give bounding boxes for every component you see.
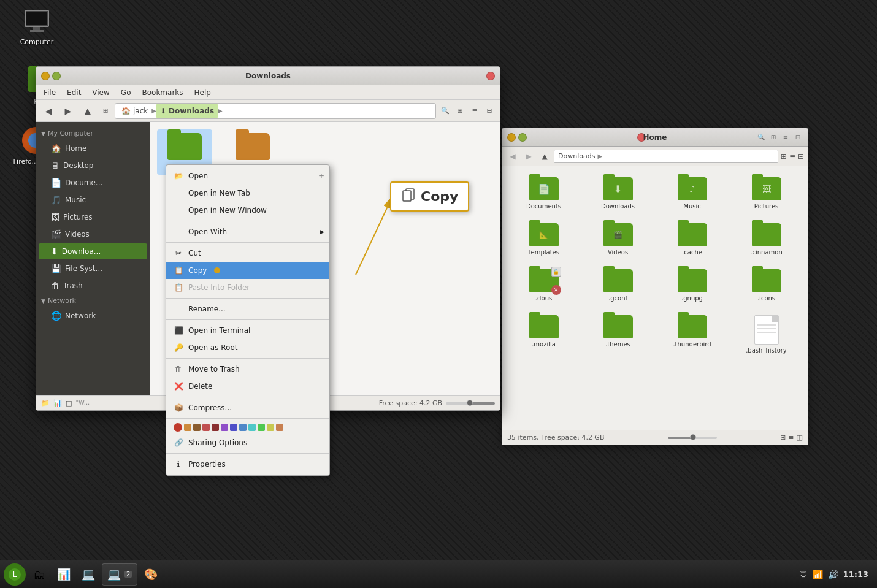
ctx-color-x[interactable]	[174, 423, 182, 432]
home-statusbar-slider	[668, 437, 717, 439]
downloads-search-btn[interactable]: 🔍	[438, 104, 452, 118]
taskbar-paint-btn[interactable]: 🎨	[140, 563, 162, 586]
taskbar-terminal2-btn[interactable]: 💻 2	[102, 563, 137, 586]
ctx-item-rename[interactable]: Rename...	[166, 300, 329, 318]
home-search-icon[interactable]: 🔍	[756, 132, 766, 142]
home-statusbar-compact-icon[interactable]: ◫	[797, 433, 803, 441]
home-item-gnupg[interactable]: .gnupg	[658, 265, 726, 305]
ctx-item-cut[interactable]: ✂ Cut	[166, 245, 329, 262]
menu-file[interactable]: File	[39, 87, 61, 98]
menu-help[interactable]: Help	[190, 87, 216, 98]
downloads-view-compact-btn[interactable]: ⊟	[483, 104, 496, 118]
home-item-music[interactable]: ♪ Music	[658, 174, 726, 213]
ctx-item-open-window[interactable]: Open in New Window	[166, 202, 329, 219]
home-back-btn[interactable]: ◀	[506, 150, 519, 163]
ctx-item-trash[interactable]: 🗑 Move to Trash	[166, 361, 329, 378]
home-item-pictures[interactable]: 🖼 Pictures	[732, 174, 800, 213]
sidebar-section-network[interactable]: ▼ Network	[36, 294, 150, 307]
sidebar-item-network[interactable]: 🌐 Network	[39, 308, 147, 324]
menu-bookmarks[interactable]: Bookmarks	[137, 87, 188, 98]
home-minimize-btn[interactable]	[507, 133, 516, 142]
taskbar-terminal-btn[interactable]: 💻	[77, 563, 99, 586]
sidebar-item-downloads[interactable]: ⬇ Downloa...	[39, 243, 147, 259]
ctx-color-8[interactable]	[248, 424, 256, 431]
home-item-themes[interactable]: .themes	[584, 311, 652, 357]
sidebar-item-pictures[interactable]: 🖼 Pictures	[39, 209, 147, 225]
statusbar-slider-handle[interactable]	[467, 400, 473, 406]
home-item-videos[interactable]: 🎬 Videos	[584, 220, 652, 259]
ctx-item-open-tab[interactable]: Open in New Tab	[166, 185, 329, 202]
downloads-path-toggle[interactable]: ⊞	[99, 104, 112, 118]
downloads-maximize-btn[interactable]	[52, 72, 61, 80]
sidebar-item-videos[interactable]: 🎬 Videos	[39, 226, 147, 242]
sidebar-item-music[interactable]: 🎵 Music	[39, 192, 147, 208]
downloads-view-list-btn[interactable]: ≡	[468, 104, 481, 118]
downloads-menubar: File Edit View Go Bookmarks Help	[36, 85, 500, 100]
taskbar-start-btn[interactable]: L	[4, 563, 26, 586]
ctx-color-5[interactable]	[221, 424, 228, 431]
ctx-item-copy[interactable]: 📋 Copy	[166, 262, 329, 279]
downloads-view-grid-btn[interactable]: ⊞	[453, 104, 467, 118]
home-item-templates[interactable]: 📐 Templates	[510, 220, 578, 259]
ctx-item-open[interactable]: 📂 Open	[166, 167, 329, 185]
home-item-documents[interactable]: 📄 Documents	[510, 174, 578, 213]
statusbar-icon3[interactable]: ◫	[66, 399, 72, 407]
home-item-gconf[interactable]: .gconf	[584, 265, 652, 305]
home-item-thunderbird[interactable]: .thunderbird	[658, 311, 726, 357]
desktop-icon-computer[interactable]: Computer	[12, 6, 61, 46]
sidebar-item-filesystem[interactable]: 💾 File Syst...	[39, 261, 147, 277]
home-item-dbus[interactable]: 🔒 ✕ .dbus	[510, 265, 578, 305]
ctx-item-sharing[interactable]: 🔗 Sharing Options	[166, 434, 329, 451]
home-item-cache[interactable]: .cache	[658, 220, 726, 259]
menu-view[interactable]: View	[87, 87, 114, 98]
downloads-back-btn[interactable]: ◀	[40, 102, 57, 120]
statusbar-icon1[interactable]: 📁	[41, 399, 50, 407]
breadcrumb-jack[interactable]: 🏠 jack	[118, 104, 151, 118]
home-forward-btn[interactable]: ▶	[522, 150, 535, 163]
home-item-bash-history[interactable]: .bash_history	[732, 311, 800, 357]
taskbar-files-btn[interactable]: 🗂	[28, 563, 50, 586]
home-item-mozilla[interactable]: .mozilla	[510, 311, 578, 357]
home-statusbar-grid-icon[interactable]: ⊞	[780, 433, 786, 441]
downloads-minimize-btn[interactable]	[41, 72, 50, 80]
home-view-icon3[interactable]: ⊟	[793, 132, 803, 142]
ctx-item-properties[interactable]: ℹ Properties	[166, 456, 329, 473]
ctx-color-7[interactable]	[239, 424, 247, 431]
ctx-sep-7	[166, 418, 329, 419]
ctx-item-root[interactable]: 🔑 Open as Root	[166, 339, 329, 356]
home-maximize-btn[interactable]	[518, 133, 527, 142]
home-view-icon2[interactable]: ≡	[781, 132, 791, 142]
ctx-color-11[interactable]	[276, 424, 283, 431]
statusbar-icon2[interactable]: 📊	[53, 399, 62, 407]
downloads-up-btn[interactable]: ▲	[79, 102, 96, 120]
ctx-item-compress[interactable]: 📦 Compress...	[166, 399, 329, 416]
ctx-item-terminal[interactable]: ⬛ Open in Terminal	[166, 322, 329, 339]
ctx-item-open-with[interactable]: Open With	[166, 223, 329, 240]
downloads-close-btn[interactable]	[486, 72, 495, 80]
sidebar-item-home[interactable]: 🏠 Home	[39, 140, 147, 156]
taskbar-task-btn[interactable]: 📊	[53, 563, 75, 586]
home-up-btn[interactable]: ▲	[538, 150, 551, 163]
sidebar-pictures-icon: 🖼	[51, 212, 59, 222]
sidebar-item-desktop[interactable]: 🖥 Desktop	[39, 158, 147, 174]
home-view-icon1[interactable]: ⊞	[768, 132, 778, 142]
menu-edit[interactable]: Edit	[62, 87, 86, 98]
home-item-downloads[interactable]: ⬇ Downloads	[584, 174, 652, 213]
ctx-color-6[interactable]	[230, 424, 237, 431]
ctx-color-10[interactable]	[267, 424, 274, 431]
sidebar-item-trash[interactable]: 🗑 Trash	[39, 278, 147, 294]
ctx-color-1[interactable]	[184, 424, 191, 431]
breadcrumb-downloads[interactable]: ⬇ Downloads	[156, 104, 218, 118]
home-statusbar-list-icon[interactable]: ≡	[788, 433, 794, 441]
ctx-color-4[interactable]	[212, 424, 219, 431]
home-item-cinnamon[interactable]: .cinnamon	[732, 220, 800, 259]
ctx-color-2[interactable]	[193, 424, 201, 431]
ctx-color-9[interactable]	[258, 424, 265, 431]
ctx-color-3[interactable]	[202, 424, 210, 431]
sidebar-item-documents[interactable]: 📄 Docume...	[39, 175, 147, 191]
sidebar-section-mycomputer[interactable]: ▼ My Computer	[36, 127, 150, 140]
menu-go[interactable]: Go	[116, 87, 136, 98]
ctx-item-delete[interactable]: ❌ Delete	[166, 378, 329, 395]
downloads-forward-btn[interactable]: ▶	[59, 102, 77, 120]
home-item-icons[interactable]: .icons	[732, 265, 800, 305]
